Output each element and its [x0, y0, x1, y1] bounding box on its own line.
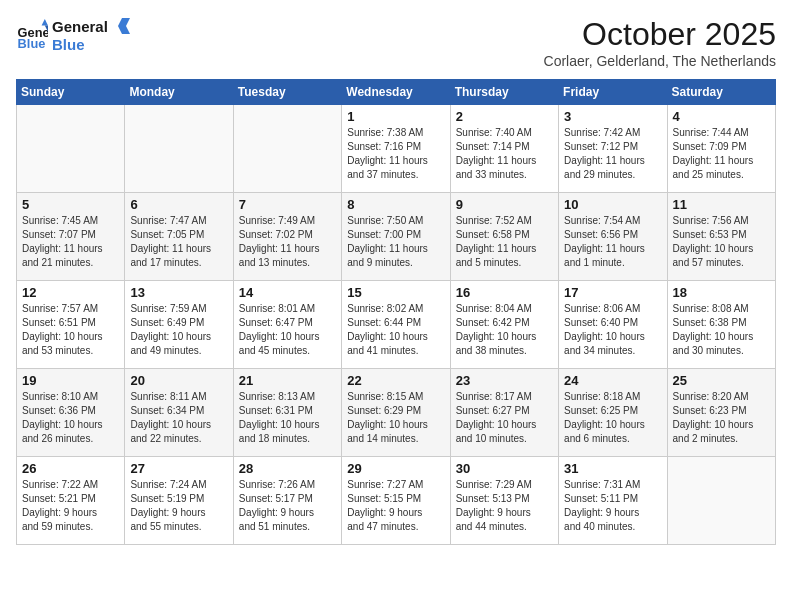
- weekday-header-sunday: Sunday: [17, 80, 125, 105]
- calendar-cell: 20Sunrise: 8:11 AM Sunset: 6:34 PM Dayli…: [125, 369, 233, 457]
- calendar-cell: [667, 457, 775, 545]
- day-number: 18: [673, 285, 770, 300]
- title-area: October 2025 Corlaer, Gelderland, The Ne…: [544, 16, 776, 69]
- calendar-cell: 27Sunrise: 7:24 AM Sunset: 5:19 PM Dayli…: [125, 457, 233, 545]
- day-number: 20: [130, 373, 227, 388]
- calendar-cell: 15Sunrise: 8:02 AM Sunset: 6:44 PM Dayli…: [342, 281, 450, 369]
- day-info: Sunrise: 8:11 AM Sunset: 6:34 PM Dayligh…: [130, 390, 227, 446]
- weekday-header-friday: Friday: [559, 80, 667, 105]
- day-info: Sunrise: 7:59 AM Sunset: 6:49 PM Dayligh…: [130, 302, 227, 358]
- logo-general: General: [52, 18, 108, 35]
- day-info: Sunrise: 7:24 AM Sunset: 5:19 PM Dayligh…: [130, 478, 227, 534]
- day-number: 13: [130, 285, 227, 300]
- day-info: Sunrise: 8:10 AM Sunset: 6:36 PM Dayligh…: [22, 390, 119, 446]
- day-info: Sunrise: 8:17 AM Sunset: 6:27 PM Dayligh…: [456, 390, 553, 446]
- day-info: Sunrise: 8:06 AM Sunset: 6:40 PM Dayligh…: [564, 302, 661, 358]
- day-number: 12: [22, 285, 119, 300]
- calendar-cell: 30Sunrise: 7:29 AM Sunset: 5:13 PM Dayli…: [450, 457, 558, 545]
- weekday-header-saturday: Saturday: [667, 80, 775, 105]
- logo-blue: Blue: [52, 36, 85, 53]
- logo-icon: General Blue: [16, 19, 48, 51]
- day-number: 16: [456, 285, 553, 300]
- day-number: 3: [564, 109, 661, 124]
- day-info: Sunrise: 7:54 AM Sunset: 6:56 PM Dayligh…: [564, 214, 661, 270]
- day-number: 6: [130, 197, 227, 212]
- day-info: Sunrise: 8:13 AM Sunset: 6:31 PM Dayligh…: [239, 390, 336, 446]
- day-number: 26: [22, 461, 119, 476]
- day-info: Sunrise: 7:29 AM Sunset: 5:13 PM Dayligh…: [456, 478, 553, 534]
- page-header: General Blue General Blue October 2025 C…: [16, 16, 776, 69]
- logo: General Blue General Blue: [16, 16, 130, 54]
- calendar-table: SundayMondayTuesdayWednesdayThursdayFrid…: [16, 79, 776, 545]
- day-number: 7: [239, 197, 336, 212]
- day-number: 15: [347, 285, 444, 300]
- day-info: Sunrise: 7:45 AM Sunset: 7:07 PM Dayligh…: [22, 214, 119, 270]
- day-number: 27: [130, 461, 227, 476]
- svg-marker-2: [42, 19, 48, 25]
- calendar-cell: 25Sunrise: 8:20 AM Sunset: 6:23 PM Dayli…: [667, 369, 775, 457]
- day-number: 17: [564, 285, 661, 300]
- day-number: 23: [456, 373, 553, 388]
- day-number: 5: [22, 197, 119, 212]
- calendar-cell: 23Sunrise: 8:17 AM Sunset: 6:27 PM Dayli…: [450, 369, 558, 457]
- day-number: 1: [347, 109, 444, 124]
- day-info: Sunrise: 7:42 AM Sunset: 7:12 PM Dayligh…: [564, 126, 661, 182]
- day-number: 29: [347, 461, 444, 476]
- weekday-header-wednesday: Wednesday: [342, 80, 450, 105]
- week-row-1: 1Sunrise: 7:38 AM Sunset: 7:16 PM Daylig…: [17, 105, 776, 193]
- day-number: 28: [239, 461, 336, 476]
- calendar-cell: 7Sunrise: 7:49 AM Sunset: 7:02 PM Daylig…: [233, 193, 341, 281]
- weekday-header-thursday: Thursday: [450, 80, 558, 105]
- day-info: Sunrise: 8:18 AM Sunset: 6:25 PM Dayligh…: [564, 390, 661, 446]
- calendar-cell: 8Sunrise: 7:50 AM Sunset: 7:00 PM Daylig…: [342, 193, 450, 281]
- day-number: 31: [564, 461, 661, 476]
- calendar-cell: 19Sunrise: 8:10 AM Sunset: 6:36 PM Dayli…: [17, 369, 125, 457]
- day-info: Sunrise: 7:22 AM Sunset: 5:21 PM Dayligh…: [22, 478, 119, 534]
- calendar-cell: 13Sunrise: 7:59 AM Sunset: 6:49 PM Dayli…: [125, 281, 233, 369]
- logo-chevron-icon: [110, 16, 130, 36]
- day-info: Sunrise: 8:15 AM Sunset: 6:29 PM Dayligh…: [347, 390, 444, 446]
- day-info: Sunrise: 8:02 AM Sunset: 6:44 PM Dayligh…: [347, 302, 444, 358]
- day-info: Sunrise: 8:04 AM Sunset: 6:42 PM Dayligh…: [456, 302, 553, 358]
- calendar-cell: 26Sunrise: 7:22 AM Sunset: 5:21 PM Dayli…: [17, 457, 125, 545]
- calendar-cell: 5Sunrise: 7:45 AM Sunset: 7:07 PM Daylig…: [17, 193, 125, 281]
- day-info: Sunrise: 7:26 AM Sunset: 5:17 PM Dayligh…: [239, 478, 336, 534]
- calendar-cell: 28Sunrise: 7:26 AM Sunset: 5:17 PM Dayli…: [233, 457, 341, 545]
- day-info: Sunrise: 7:44 AM Sunset: 7:09 PM Dayligh…: [673, 126, 770, 182]
- calendar-cell: 1Sunrise: 7:38 AM Sunset: 7:16 PM Daylig…: [342, 105, 450, 193]
- svg-text:Blue: Blue: [18, 36, 46, 51]
- week-row-4: 19Sunrise: 8:10 AM Sunset: 6:36 PM Dayli…: [17, 369, 776, 457]
- weekday-header-row: SundayMondayTuesdayWednesdayThursdayFrid…: [17, 80, 776, 105]
- calendar-cell: 10Sunrise: 7:54 AM Sunset: 6:56 PM Dayli…: [559, 193, 667, 281]
- svg-marker-4: [118, 18, 130, 34]
- calendar-cell: 3Sunrise: 7:42 AM Sunset: 7:12 PM Daylig…: [559, 105, 667, 193]
- week-row-3: 12Sunrise: 7:57 AM Sunset: 6:51 PM Dayli…: [17, 281, 776, 369]
- day-info: Sunrise: 7:38 AM Sunset: 7:16 PM Dayligh…: [347, 126, 444, 182]
- day-info: Sunrise: 7:47 AM Sunset: 7:05 PM Dayligh…: [130, 214, 227, 270]
- calendar-cell: 12Sunrise: 7:57 AM Sunset: 6:51 PM Dayli…: [17, 281, 125, 369]
- day-number: 10: [564, 197, 661, 212]
- day-number: 22: [347, 373, 444, 388]
- week-row-2: 5Sunrise: 7:45 AM Sunset: 7:07 PM Daylig…: [17, 193, 776, 281]
- day-number: 14: [239, 285, 336, 300]
- day-info: Sunrise: 7:56 AM Sunset: 6:53 PM Dayligh…: [673, 214, 770, 270]
- day-info: Sunrise: 7:40 AM Sunset: 7:14 PM Dayligh…: [456, 126, 553, 182]
- day-number: 9: [456, 197, 553, 212]
- calendar-cell: 22Sunrise: 8:15 AM Sunset: 6:29 PM Dayli…: [342, 369, 450, 457]
- calendar-cell: 11Sunrise: 7:56 AM Sunset: 6:53 PM Dayli…: [667, 193, 775, 281]
- calendar-cell: 31Sunrise: 7:31 AM Sunset: 5:11 PM Dayli…: [559, 457, 667, 545]
- day-number: 2: [456, 109, 553, 124]
- day-info: Sunrise: 7:27 AM Sunset: 5:15 PM Dayligh…: [347, 478, 444, 534]
- calendar-cell: 9Sunrise: 7:52 AM Sunset: 6:58 PM Daylig…: [450, 193, 558, 281]
- calendar-cell: 17Sunrise: 8:06 AM Sunset: 6:40 PM Dayli…: [559, 281, 667, 369]
- day-info: Sunrise: 7:57 AM Sunset: 6:51 PM Dayligh…: [22, 302, 119, 358]
- calendar-cell: 24Sunrise: 8:18 AM Sunset: 6:25 PM Dayli…: [559, 369, 667, 457]
- day-info: Sunrise: 7:49 AM Sunset: 7:02 PM Dayligh…: [239, 214, 336, 270]
- day-info: Sunrise: 8:08 AM Sunset: 6:38 PM Dayligh…: [673, 302, 770, 358]
- day-number: 30: [456, 461, 553, 476]
- day-number: 11: [673, 197, 770, 212]
- calendar-cell: [125, 105, 233, 193]
- calendar-cell: 14Sunrise: 8:01 AM Sunset: 6:47 PM Dayli…: [233, 281, 341, 369]
- day-info: Sunrise: 7:31 AM Sunset: 5:11 PM Dayligh…: [564, 478, 661, 534]
- day-number: 4: [673, 109, 770, 124]
